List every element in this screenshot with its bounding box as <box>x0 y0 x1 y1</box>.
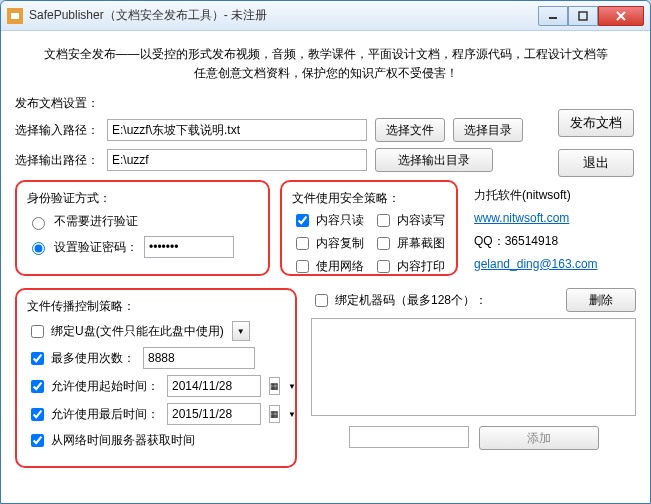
machine-code-field[interactable] <box>349 426 469 448</box>
start-date-field[interactable] <box>167 375 261 397</box>
set-pwd-label: 设置验证密码： <box>54 239 138 256</box>
select-output-dir-button[interactable]: 选择输出目录 <box>375 148 493 172</box>
readwrite-checkbox[interactable] <box>377 214 390 227</box>
settings-header: 发布文档设置： <box>15 95 636 112</box>
password-field[interactable] <box>144 236 234 258</box>
propagation-box: 文件传播控制策略： 绑定U盘(文件只能在此盘中使用) ▼ 最多使用次数： 允许使… <box>15 288 297 468</box>
auth-title: 身份验证方式： <box>27 190 258 207</box>
start-date-picker-icon[interactable]: ▦ <box>269 377 280 395</box>
propagation-title: 文件传播控制策略： <box>27 298 285 315</box>
start-time-checkbox[interactable] <box>31 380 44 393</box>
screenshot-checkbox[interactable] <box>377 237 390 250</box>
output-path-label: 选择输出路径： <box>15 152 99 169</box>
usb-dropdown-button[interactable]: ▼ <box>232 321 250 341</box>
maximize-button[interactable] <box>568 6 598 26</box>
no-auth-radio[interactable] <box>32 217 45 230</box>
close-button[interactable] <box>598 6 644 26</box>
end-time-checkbox[interactable] <box>31 408 44 421</box>
net-time-checkbox[interactable] <box>31 434 44 447</box>
window: SafePublisher（文档安全发布工具）- 未注册 文档安全发布——以受控… <box>0 0 651 504</box>
delete-button[interactable]: 删除 <box>566 288 636 312</box>
machine-panel: 绑定机器码（最多128个）： 删除 添加 <box>311 288 636 468</box>
minimize-button[interactable] <box>538 6 568 26</box>
select-dir-button[interactable]: 选择目录 <box>453 118 523 142</box>
vendor-info: 力托软件(nitwsoft) www.nitwsoft.com QQ：36514… <box>468 180 636 276</box>
input-path-field[interactable] <box>107 119 367 141</box>
machine-list[interactable] <box>311 318 636 416</box>
policy-title: 文件使用安全策略： <box>292 190 446 207</box>
set-pwd-radio[interactable] <box>32 242 45 255</box>
output-path-field[interactable] <box>107 149 367 171</box>
usb-bind-checkbox[interactable] <box>31 325 44 338</box>
network-checkbox[interactable] <box>296 260 309 273</box>
select-file-button[interactable]: 选择文件 <box>375 118 445 142</box>
add-button[interactable]: 添加 <box>479 426 599 450</box>
vendor-company: 力托软件(nitwsoft) <box>474 184 636 207</box>
readonly-checkbox[interactable] <box>296 214 309 227</box>
policy-box: 文件使用安全策略： 内容只读 内容读写 内容复制 屏幕截图 使用网络 内容打印 <box>280 180 458 276</box>
chevron-down-icon[interactable]: ▼ <box>288 410 296 419</box>
vendor-qq: 36514918 <box>505 234 558 248</box>
window-title: SafePublisher（文档安全发布工具）- 未注册 <box>29 7 538 24</box>
bind-machine-checkbox[interactable] <box>315 294 328 307</box>
vendor-url-link[interactable]: www.nitwsoft.com <box>474 211 569 225</box>
exit-button[interactable]: 退出 <box>558 149 634 177</box>
publish-button[interactable]: 发布文档 <box>558 109 634 137</box>
auth-box: 身份验证方式： 不需要进行验证 设置验证密码： <box>15 180 270 276</box>
max-use-checkbox[interactable] <box>31 352 44 365</box>
print-checkbox[interactable] <box>377 260 390 273</box>
end-date-picker-icon[interactable]: ▦ <box>269 405 280 423</box>
end-date-field[interactable] <box>167 403 261 425</box>
intro-text: 文档安全发布——以受控的形式发布视频，音频，教学课件，平面设计文档，程序源代码，… <box>15 45 636 83</box>
copy-checkbox[interactable] <box>296 237 309 250</box>
no-auth-label: 不需要进行验证 <box>54 213 138 230</box>
input-path-label: 选择输入路径： <box>15 122 99 139</box>
vendor-email-link[interactable]: geland_ding@163.com <box>474 257 598 271</box>
app-icon <box>7 8 23 24</box>
chevron-down-icon[interactable]: ▼ <box>288 382 296 391</box>
titlebar[interactable]: SafePublisher（文档安全发布工具）- 未注册 <box>1 1 650 31</box>
max-use-field[interactable] <box>143 347 255 369</box>
svg-rect-2 <box>579 12 587 20</box>
